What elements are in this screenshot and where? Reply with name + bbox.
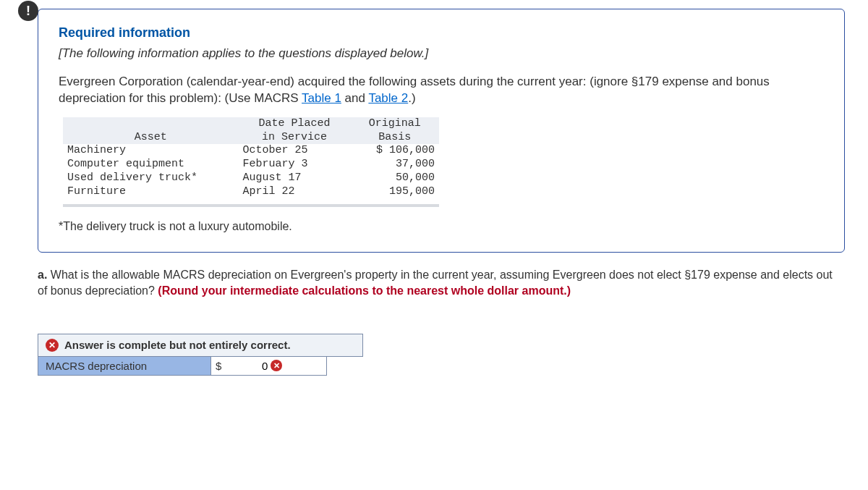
cell-asset: Used delivery truck* xyxy=(63,172,239,185)
cell-asset: Furniture xyxy=(63,185,239,199)
cell-basis: $ 106,000 xyxy=(351,144,439,158)
cell-asset: Computer equipment xyxy=(63,158,239,172)
link-table2[interactable]: Table 2 xyxy=(368,91,408,105)
answer-input-cell: $ ✕ xyxy=(211,357,327,376)
col-header-asset: Asset xyxy=(63,117,239,145)
cell-basis: 37,000 xyxy=(351,158,439,172)
answer-status-banner: ✕ Answer is complete but not entirely co… xyxy=(38,334,363,357)
x-icon: ✕ xyxy=(271,360,282,371)
cell-date: October 25 xyxy=(239,144,351,158)
required-info-title: Required information xyxy=(59,25,824,41)
problem-description: Evergreen Corporation (calendar-year-end… xyxy=(59,74,824,107)
asset-table: Asset Date Placedin Service OriginalBasi… xyxy=(63,117,439,199)
cell-date: August 17 xyxy=(239,172,351,185)
question-text: a. What is the allowable MACRS depreciat… xyxy=(38,267,845,298)
question-label: a. xyxy=(38,269,47,281)
intro-text-mid: and xyxy=(341,91,369,105)
macrs-depreciation-input[interactable] xyxy=(224,360,268,372)
table-row: Furniture April 22 195,000 xyxy=(63,185,439,199)
rounding-instruction: (Round your intermediate calculations to… xyxy=(158,284,571,297)
intro-text-post: .) xyxy=(408,91,415,105)
preface-text: [The following information applies to th… xyxy=(59,46,824,61)
x-icon: ✕ xyxy=(46,339,59,352)
table-row: Computer equipment February 3 37,000 xyxy=(63,158,439,172)
cell-asset: Machinery xyxy=(63,144,239,158)
cell-date: February 3 xyxy=(239,158,351,172)
answer-row: MACRS depreciation $ ✕ xyxy=(38,357,363,376)
col-header-basis: OriginalBasis xyxy=(351,117,439,145)
col-header-date: Date Placedin Service xyxy=(239,117,351,145)
table-scrollbar[interactable] xyxy=(63,204,439,207)
table-header-row: Asset Date Placedin Service OriginalBasi… xyxy=(63,117,439,145)
link-table1[interactable]: Table 1 xyxy=(302,91,341,105)
answer-label: MACRS depreciation xyxy=(38,357,211,376)
cell-basis: 195,000 xyxy=(351,185,439,199)
footnote: *The delivery truck is not a luxury auto… xyxy=(59,220,824,233)
table-row: Machinery October 25 $ 106,000 xyxy=(63,144,439,158)
alert-icon: ! xyxy=(18,1,38,21)
cell-date: April 22 xyxy=(239,185,351,199)
answer-status-text: Answer is complete but not entirely corr… xyxy=(64,339,291,351)
cell-basis: 50,000 xyxy=(351,172,439,185)
table-row: Used delivery truck* August 17 50,000 xyxy=(63,172,439,185)
currency-symbol: $ xyxy=(216,360,221,372)
question-a: a. What is the allowable MACRS depreciat… xyxy=(38,267,845,375)
required-info-box: ! Required information [The following in… xyxy=(38,9,845,253)
